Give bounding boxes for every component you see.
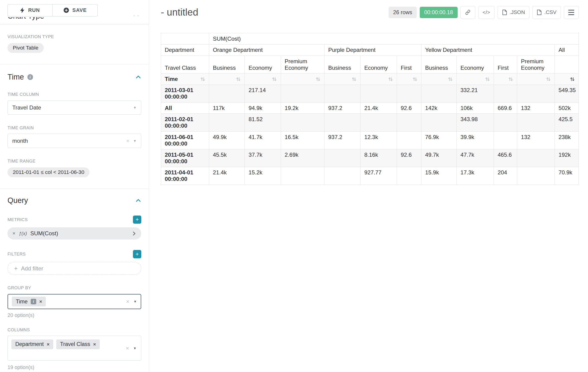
pivot-table: SUM(Cost)DepartmentOrange DepartmentPurp…	[161, 33, 579, 185]
remove-token-icon[interactable]: ×	[39, 299, 42, 304]
time-range-pill[interactable]: 2011-01-01 ≤ col < 2011-06-30	[7, 167, 89, 177]
pivot-cell: 2.69k	[281, 149, 325, 167]
chart-title[interactable]: - untitled	[161, 7, 198, 18]
query-timer-badge: 00:00:00.18	[420, 7, 458, 18]
time-column-select[interactable]: Travel Date ▼	[7, 100, 141, 115]
pivot-cell	[421, 85, 457, 102]
export-csv-label: .CSV	[544, 9, 557, 15]
pivot-cell	[494, 131, 517, 149]
pivot-cell: 21.4k	[360, 103, 397, 114]
pivot-cell	[517, 114, 555, 131]
file-icon	[502, 10, 507, 15]
pivot-cell: 37.7k	[245, 149, 281, 167]
columns-token-travel-class[interactable]: Travel Class ×	[56, 340, 100, 349]
save-button[interactable]: SAVE	[52, 4, 98, 17]
sort-icon[interactable]	[485, 77, 490, 82]
pivot-cell	[494, 114, 517, 131]
pivot-cell: 16.5k	[281, 131, 325, 149]
add-filter-box[interactable]: + Add filter	[7, 262, 141, 275]
sort-icon[interactable]	[272, 77, 277, 82]
pivot-cell: 343.98	[457, 114, 494, 131]
export-json-button[interactable]: .JSON	[498, 6, 529, 19]
clear-icon[interactable]: ×	[126, 298, 129, 305]
row-count-badge: 26 rows	[388, 7, 417, 18]
pivot-class-header: Economy	[457, 55, 494, 73]
columns-options-hint: 19 option(s)	[7, 364, 141, 370]
filters-label: FILTERS	[7, 252, 26, 257]
pivot-cell: 41.7k	[245, 131, 281, 149]
time-grain-select[interactable]: month × ▼	[7, 134, 141, 148]
pivot-cell: 192k	[555, 149, 579, 167]
pivot-class-header: Business	[421, 55, 457, 73]
columns-token-department[interactable]: Department ×	[11, 340, 53, 349]
pivot-class-header: Business	[325, 55, 360, 73]
sort-icon[interactable]	[352, 77, 357, 82]
chevron-up-icon[interactable]	[135, 74, 141, 80]
sort-icon[interactable]	[200, 77, 205, 82]
pivot-cell: 549.35	[555, 85, 579, 102]
pivot-row-header: 2011-05-01 00:00:00	[161, 149, 209, 167]
query-section-header[interactable]: Query	[7, 196, 141, 205]
pivot-cell: 927.77	[360, 167, 397, 185]
sort-icon[interactable]	[412, 77, 417, 82]
time-column-value: Travel Date	[12, 104, 41, 111]
pivot-cell: 217.14	[245, 85, 281, 102]
query-section-title: Query	[7, 196, 28, 205]
time-section-header[interactable]: Time i	[7, 73, 141, 81]
plus-circle-icon	[63, 7, 69, 13]
link-icon	[465, 9, 471, 15]
group-by-options-hint: 20 option(s)	[7, 312, 141, 318]
sort-icon[interactable]	[316, 77, 321, 82]
pivot-department-header: Orange Department	[209, 44, 324, 55]
caret-down-icon[interactable]: ▼	[133, 346, 136, 350]
caret-down-icon[interactable]: ▼	[133, 300, 137, 303]
token-label: Department	[15, 341, 44, 347]
sort-icon[interactable]	[388, 77, 393, 82]
add-metric-button[interactable]: +	[133, 215, 141, 224]
chevron-up-icon[interactable]	[135, 198, 141, 204]
pivot-cell: 17.3k	[457, 167, 494, 185]
run-button[interactable]: RUN	[7, 4, 52, 17]
remove-metric-icon[interactable]: ×	[12, 230, 15, 236]
sort-icon[interactable]	[448, 77, 453, 82]
group-by-select[interactable]: Time i × × ▼	[7, 294, 141, 309]
pivot-cell: 132	[517, 131, 555, 149]
copy-link-button[interactable]	[460, 6, 475, 19]
pivot-cell: 117k	[209, 103, 245, 114]
pivot-class-header: First	[494, 55, 517, 73]
pivot-cell: 502k	[555, 103, 579, 114]
sort-icon[interactable]	[508, 77, 513, 82]
export-csv-button[interactable]: .CSV	[533, 6, 561, 19]
panel-resize-grip[interactable]: ··	[133, 13, 140, 17]
sort-icon[interactable]	[546, 77, 551, 82]
pivot-cell: 92.6	[397, 103, 421, 114]
columns-select[interactable]: Department × Travel Class × × ▼	[7, 336, 141, 361]
sidebar-topbar: RUN SAVE	[0, 0, 148, 17]
pivot-cell	[209, 85, 245, 102]
metrics-label: METRICS	[7, 217, 28, 222]
remove-token-icon[interactable]: ×	[93, 341, 96, 347]
time-grain-value: month	[12, 138, 28, 144]
remove-token-icon[interactable]: ×	[47, 341, 50, 347]
sort-icon[interactable]	[236, 77, 241, 82]
pivot-cell	[397, 114, 421, 131]
pivot-cell: 425.5	[555, 114, 579, 131]
chevron-right-icon[interactable]	[132, 231, 136, 236]
sort-icon[interactable]	[570, 77, 575, 82]
pivot-department-row: DepartmentOrange DepartmentPurple Depart…	[161, 44, 579, 55]
pivot-row-header: All	[161, 103, 209, 114]
pivot-department-header: Yellow Department	[421, 44, 555, 55]
visualization-type-pill[interactable]: Pivot Table	[7, 43, 44, 53]
divider	[0, 64, 149, 65]
menu-button[interactable]	[564, 6, 578, 19]
plus-icon: +	[14, 265, 18, 272]
pivot-class-header: First	[397, 55, 421, 73]
pivot-cell: 238k	[555, 131, 579, 149]
group-by-token-time[interactable]: Time i ×	[12, 297, 46, 307]
clear-icon[interactable]: ×	[126, 138, 129, 144]
metric-token[interactable]: × ƒ(x) SUM(Cost)	[7, 227, 141, 239]
view-query-button[interactable]: </>	[478, 6, 494, 19]
clear-icon[interactable]: ×	[126, 345, 129, 351]
pivot-cell	[325, 85, 360, 102]
add-filter-plus-button[interactable]: +	[133, 250, 141, 258]
